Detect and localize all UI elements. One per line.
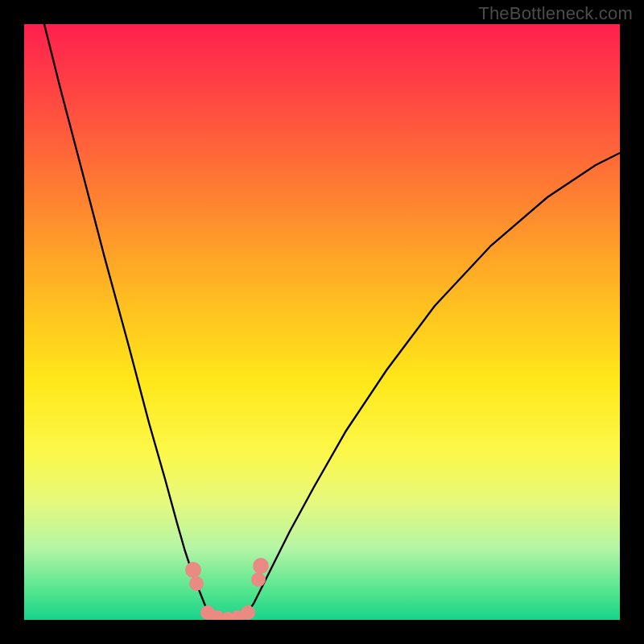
valley-marker xyxy=(253,558,269,574)
curve-right-branch xyxy=(248,153,620,612)
bottleneck-curve-svg xyxy=(24,24,620,620)
curve-group xyxy=(44,24,620,619)
valley-markers xyxy=(185,558,269,620)
plot-area xyxy=(24,24,620,620)
valley-marker xyxy=(251,572,266,587)
valley-marker xyxy=(189,576,204,591)
outer-frame: TheBottleneck.com xyxy=(0,0,644,644)
watermark-text: TheBottleneck.com xyxy=(478,3,633,24)
valley-marker xyxy=(185,562,201,578)
curve-left-branch xyxy=(44,24,208,612)
valley-marker xyxy=(241,605,255,620)
